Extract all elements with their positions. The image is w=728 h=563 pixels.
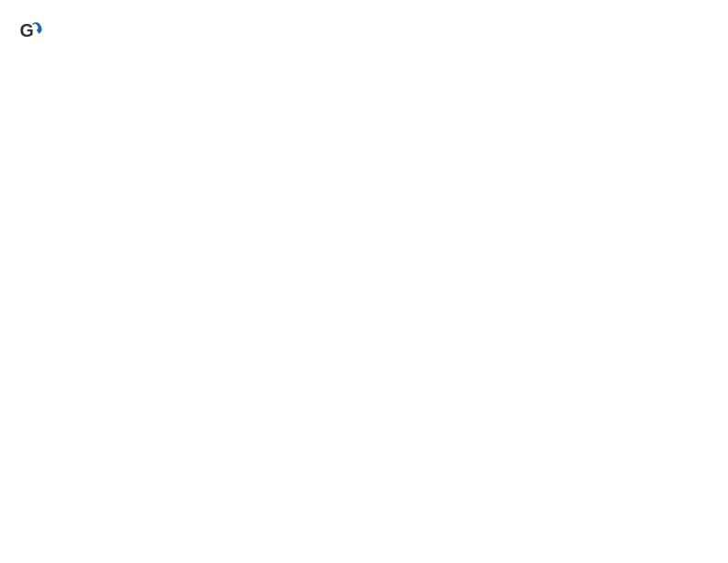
logo: G xyxy=(18,18,46,44)
svg-text:G: G xyxy=(19,20,33,40)
page-header: G xyxy=(18,18,710,44)
logo-icon: G xyxy=(18,18,44,44)
